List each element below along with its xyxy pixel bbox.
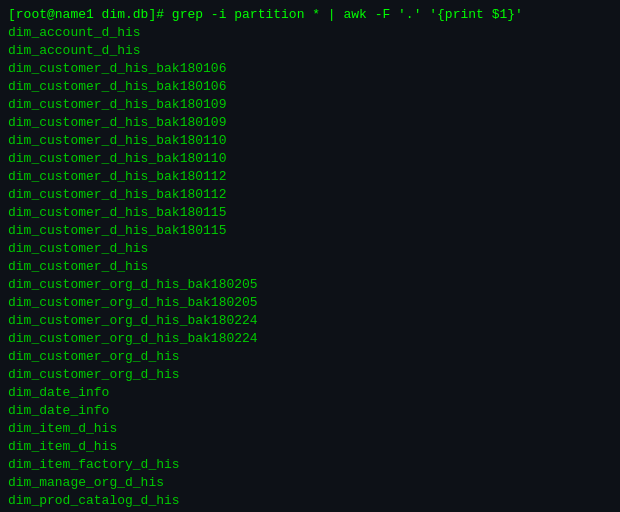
terminal-line: dim_customer_org_d_his: [8, 348, 612, 366]
terminal-line: dim_date_info: [8, 402, 612, 420]
terminal-line: dim_customer_d_his_bak180109: [8, 114, 612, 132]
command-prompt: [root@name1 dim.db]# grep -i partition *…: [8, 6, 612, 24]
terminal-line: dim_customer_d_his_bak180110: [8, 132, 612, 150]
terminal-line: dim_item_factory_d_his: [8, 456, 612, 474]
terminal-line: dim_customer_d_his_bak180112: [8, 168, 612, 186]
terminal-line: dim_account_d_his: [8, 42, 612, 60]
terminal-line: dim_customer_org_d_his_bak180224: [8, 330, 612, 348]
terminal-line: dim_customer_d_his_bak180115: [8, 204, 612, 222]
terminal-line: dim_manage_org_d_his: [8, 474, 612, 492]
terminal-line: dim_item_d_his: [8, 438, 612, 456]
terminal-line: dim_date_info: [8, 384, 612, 402]
terminal-line: dim_customer_org_d_his: [8, 366, 612, 384]
terminal-line: dim_customer_d_his_bak180106: [8, 78, 612, 96]
terminal-line: dim_customer_org_d_his_bak180224: [8, 312, 612, 330]
terminal-line: dim_customer_d_his: [8, 240, 612, 258]
terminal-line: dim_prod_catalog_d_his: [8, 492, 612, 510]
terminal-line: dim_customer_d_his_bak180109: [8, 96, 612, 114]
terminal-line: dim_account_d_his: [8, 24, 612, 42]
terminal-line: dim_customer_d_his_bak180115: [8, 222, 612, 240]
terminal-window: [root@name1 dim.db]# grep -i partition *…: [0, 0, 620, 512]
terminal-line: dim_item_d_his: [8, 420, 612, 438]
terminal-line: dim_customer_d_his: [8, 258, 612, 276]
terminal-output: dim_account_d_hisdim_account_d_hisdim_cu…: [8, 24, 612, 512]
terminal-line: dim_customer_org_d_his_bak180205: [8, 276, 612, 294]
terminal-line: dim_customer_d_his_bak180110: [8, 150, 612, 168]
terminal-line: dim_customer_d_his_bak180106: [8, 60, 612, 78]
terminal-line: dim_customer_org_d_his_bak180205: [8, 294, 612, 312]
terminal-line: dim_customer_d_his_bak180112: [8, 186, 612, 204]
